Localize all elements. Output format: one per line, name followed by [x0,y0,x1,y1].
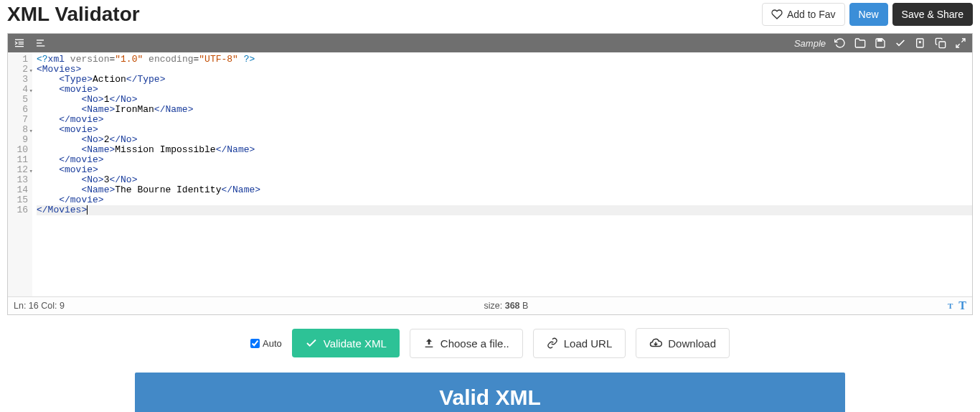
history-icon[interactable] [834,37,846,49]
line-number: 11 [11,155,28,165]
toolbar-right: Sample [794,37,966,49]
editor-toolbar: Sample [8,34,972,52]
folder-open-icon[interactable] [854,37,866,49]
result-banner: Valid XML [135,373,845,412]
auto-label: Auto [263,338,282,349]
validate-label: Validate XML [324,337,387,350]
actions-row: Auto Validate XML Choose a file.. Load U… [0,328,980,358]
line-number: 3 [11,75,28,85]
choose-file-button[interactable]: Choose a file.. [410,329,523,358]
svg-rect-7 [878,39,882,41]
fullscreen-icon[interactable] [955,37,966,49]
svg-line-13 [956,44,960,47]
fold-toggle-icon[interactable]: ▾ [29,86,33,96]
upload-icon [423,337,435,349]
code-line[interactable]: <movie> [37,165,972,175]
line-number: 2▾ [11,65,28,75]
fold-toggle-icon[interactable]: ▾ [29,126,33,136]
menu-icon[interactable] [35,37,47,49]
sample-label[interactable]: Sample [794,38,826,49]
auto-checkbox[interactable] [250,339,260,348]
code-line[interactable]: <No>2</No> [37,135,972,145]
svg-rect-8 [917,39,923,47]
code-line[interactable]: </movie> [37,115,972,125]
code-line[interactable]: <movie> [37,125,972,135]
check-icon[interactable] [895,37,906,49]
code-area[interactable]: 12▾34▾5678▾9101112▾13141516 <?xml versio… [8,52,972,296]
save-icon[interactable] [875,37,886,49]
line-number: 7 [11,115,28,125]
line-number: 4▾ [11,85,28,95]
cursor-position: Ln: 16 Col: 9 [14,301,65,311]
code-line[interactable]: <movie> [37,85,972,95]
header: XML Validator Add to Fav New Save & Shar… [0,0,980,29]
download-label: Download [668,337,716,350]
text-size-small-icon[interactable]: T [948,301,953,310]
fold-toggle-icon[interactable]: ▾ [29,66,33,76]
load-url-label: Load URL [564,337,613,350]
code-line[interactable]: <Name>IronMan</Name> [37,105,972,115]
add-to-fav-label: Add to Fav [787,9,836,20]
line-number: 10 [11,145,28,155]
download-button[interactable]: Download [636,328,730,358]
copy-icon[interactable] [935,37,946,49]
code-line[interactable]: <?xml version="1.0" encoding="UTF-8" ?> [37,55,972,65]
code-line[interactable]: </Movies> [37,205,972,215]
validate-button[interactable]: Validate XML [292,329,400,357]
code-content[interactable]: <?xml version="1.0" encoding="UTF-8" ?><… [32,52,972,296]
line-number: 6 [11,105,28,115]
svg-rect-11 [939,42,946,48]
heart-icon [771,9,783,20]
svg-line-12 [961,39,965,42]
code-line[interactable]: </movie> [37,155,972,165]
code-line[interactable]: </movie> [37,195,972,205]
line-number: 1 [11,55,28,65]
code-line[interactable]: <No>3</No> [37,175,972,185]
line-number: 13 [11,175,28,185]
line-number: 5 [11,95,28,105]
file-size: size: 368 B [484,301,529,311]
code-line[interactable]: <Movies> [37,65,972,75]
cloud-download-icon [649,337,662,350]
header-actions: Add to Fav New Save & Share [762,3,973,26]
text-size-large-icon[interactable]: T [958,299,966,312]
auto-checkbox-wrap[interactable]: Auto [250,338,282,349]
line-number: 16 [11,205,28,215]
check-icon [305,337,318,350]
svg-rect-14 [425,347,433,347]
page-title: XML Validator [7,3,140,26]
line-number: 9 [11,135,28,145]
status-right: T T [948,299,966,312]
new-button[interactable]: New [849,3,888,26]
line-number: 12▾ [11,165,28,175]
new-label: New [859,9,879,20]
save-share-button[interactable]: Save & Share [892,3,973,26]
save-share-label: Save & Share [902,9,963,20]
add-to-fav-button[interactable]: Add to Fav [762,3,845,26]
line-number: 15 [11,195,28,205]
choose-file-label: Choose a file.. [440,337,509,350]
code-line[interactable]: <Name>Mission Impossible</Name> [37,145,972,155]
status-bar: Ln: 16 Col: 9 size: 368 B T T [8,296,972,314]
code-line[interactable]: <Type>Action</Type> [37,75,972,85]
code-line[interactable]: <No>1</No> [37,95,972,105]
line-number: 14 [11,185,28,195]
line-gutter: 12▾34▾5678▾9101112▾13141516 [8,52,32,296]
load-url-button[interactable]: Load URL [533,329,626,358]
fold-toggle-icon[interactable]: ▾ [29,167,33,177]
toolbar-left [14,37,47,49]
link-icon [547,337,558,349]
code-line[interactable]: <Name>The Bourne Identity</Name> [37,185,972,195]
clear-icon[interactable] [915,37,926,49]
editor: Sample 12▾34▾5678▾910111 [7,33,973,315]
line-number: 8▾ [11,125,28,135]
indent-icon[interactable] [14,37,25,49]
